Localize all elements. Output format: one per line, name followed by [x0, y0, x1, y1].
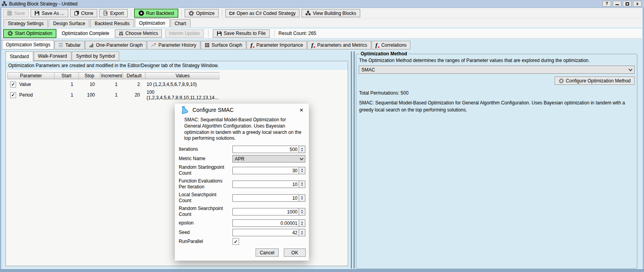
spinner-down-icon[interactable]: ▼ — [301, 150, 303, 152]
field-label: epsilon — [179, 220, 232, 226]
titlebar: Building Block Strategy - Untitled ? x — [0, 0, 644, 8]
col-header-values[interactable]: Values — [145, 73, 220, 79]
spinner-down-icon[interactable]: ▼ — [301, 184, 303, 186]
splitter[interactable] — [354, 51, 355, 268]
gear-icon — [7, 31, 13, 36]
spinner-control[interactable]: ▲▼ — [299, 167, 305, 174]
tab-correlations[interactable]: f Correlations — [372, 41, 411, 49]
metric-name-dropdown[interactable]: APR — [232, 155, 305, 162]
random-startingpoint-count-input[interactable]: 30 ▲▼ — [232, 167, 305, 174]
dialog-title: Configure SMAC — [192, 107, 234, 113]
tab-backtest-results[interactable]: Backtest Results — [90, 19, 134, 27]
flask-icon — [180, 106, 189, 114]
spinner-control[interactable]: ▲▼ — [299, 146, 305, 153]
help-button[interactable]: ? — [602, 1, 611, 7]
tab-standard[interactable]: Standard — [5, 51, 33, 61]
tab-design-surface[interactable]: Design Surface — [49, 19, 89, 27]
spinner-control[interactable]: ▲▼ — [299, 208, 305, 215]
field-label: Iterations — [179, 146, 232, 152]
seed-input[interactable]: 42 ▲▼ — [232, 229, 305, 236]
cell-default: 2 — [123, 82, 145, 87]
field-label: RunParallel — [179, 239, 232, 245]
epsilon-input[interactable]: 0.00001 ▲▼ — [232, 219, 305, 227]
tab-symbol-by-symbol[interactable]: Symbol by Symbol — [72, 51, 119, 61]
iterations-input[interactable]: 500 ▲▼ — [232, 146, 305, 153]
tab-parameter-importance[interactable]: f Parameter Importance — [247, 41, 307, 49]
method-info: SMAC: Sequential Model-Based Optimizatio… — [359, 99, 633, 113]
start-optimization-button[interactable]: Start Optimization — [4, 29, 56, 38]
field-label: Local Searchpoint Count — [179, 192, 232, 204]
cancel-button[interactable]: Cancel — [256, 248, 279, 257]
tab-tabular[interactable]: Tabular — [54, 41, 84, 49]
selected-method: SMAC — [361, 67, 375, 73]
col-header-increment[interactable]: Increment — [100, 73, 123, 79]
spinner-down-icon[interactable]: ▼ — [301, 223, 303, 226]
interim-update-button[interactable]: Interim Update — [165, 29, 204, 38]
tab-optimization[interactable]: Optimization — [135, 18, 170, 27]
col-header-default[interactable]: Default — [123, 73, 145, 79]
spinner-down-icon[interactable]: ▼ — [301, 233, 303, 235]
tab-chart[interactable]: Chart — [171, 19, 190, 27]
spinner-down-icon[interactable]: ▼ — [301, 212, 303, 214]
col-header-parameter[interactable]: Parameter — [8, 73, 54, 79]
random-searchpoint-count-input[interactable]: 1000 ▲▼ — [232, 208, 305, 215]
method-description: The Optimization Method determines the r… — [359, 58, 634, 63]
table-header-row: Parameter Start Stop Increment Default V… — [7, 72, 220, 79]
local-searchpoint-count-input[interactable]: 10 ▲▼ — [232, 194, 305, 202]
tab-parameters-and-metrics[interactable]: f Parameters and Metrics — [307, 41, 371, 49]
panel-title: Optimization Method — [359, 51, 408, 57]
window-border-left — [0, 8, 2, 272]
choose-metrics-button[interactable]: Choose Metrics — [115, 29, 162, 38]
spinner-control[interactable]: ▲▼ — [299, 181, 305, 188]
close-button[interactable]: x — [633, 1, 642, 7]
method-dropdown[interactable]: SMAC — [359, 66, 635, 74]
tab-walk-forward[interactable]: Walk-Forward — [34, 51, 71, 61]
field-label: Random Searchpoint Count — [179, 206, 232, 217]
view-tab-strip: Optimization Settings Tabular One-Parame… — [2, 40, 411, 49]
tab-surface-graph[interactable]: Surface Graph — [201, 41, 246, 49]
col-header-stop[interactable]: Stop — [79, 73, 100, 79]
spinner-down-icon[interactable]: ▼ — [301, 198, 303, 200]
export-button[interactable]: Export — [99, 9, 128, 17]
row-checkbox[interactable] — [10, 92, 16, 98]
table-row[interactable]: Period 1 100 1 20 100 (1,2,3,4,5,6,7,8,9… — [7, 89, 220, 100]
run-backtest-button[interactable]: Run Backtest — [134, 9, 178, 17]
spinner-control[interactable]: ▲▼ — [299, 195, 305, 201]
minimize-button[interactable] — [613, 1, 621, 7]
grid-icon — [205, 43, 210, 47]
maximize-button[interactable] — [623, 1, 631, 7]
tab-optimization-settings[interactable]: Optimization Settings — [2, 40, 54, 49]
parameter-table: Parameter Start Stop Increment Default V… — [7, 72, 220, 100]
clone-button[interactable]: Clone — [70, 9, 97, 17]
window-title: Building Block Strategy - Untitled — [9, 1, 78, 7]
spinner-control[interactable]: ▲▼ — [299, 220, 305, 226]
total-permutations: Total Permutations: 500 — [359, 90, 634, 96]
save-as-button[interactable]: Save As ... — [31, 9, 68, 17]
table-row[interactable]: Value 1 10 1 2 10 (1,2,3,4,5,6,7,8,9,10) — [7, 79, 220, 89]
cell-values: 10 (1,2,3,4,5,6,7,8,9,10) — [145, 82, 220, 87]
dialog-close-icon[interactable]: × — [298, 107, 305, 113]
spinner-control[interactable]: ▲▼ — [299, 229, 305, 236]
save-button[interactable]: Save — [3, 9, 29, 17]
optimize-button[interactable]: Optimize — [185, 9, 218, 17]
tab-one-parameter-graph[interactable]: One-Parameter Graph — [85, 41, 147, 49]
clone-icon — [74, 11, 79, 16]
row-checkbox[interactable] — [10, 82, 16, 88]
splitter[interactable] — [351, 51, 352, 268]
runparallel-checkbox[interactable] — [232, 238, 239, 245]
window-border-bottom — [0, 269, 644, 272]
tab-strategy-settings[interactable]: Strategy Settings — [4, 19, 48, 27]
function-evaluations-input[interactable]: 10 ▲▼ — [232, 181, 305, 188]
col-header-start[interactable]: Start — [54, 73, 79, 79]
maximize-icon — [626, 2, 629, 5]
spinner-down-icon[interactable]: ▼ — [301, 170, 303, 173]
view-building-blocks-button[interactable]: View Building Blocks — [301, 9, 360, 17]
field-label: Random Startingpoint Count — [179, 164, 232, 176]
result-count: Result Count: 265 — [279, 31, 316, 36]
open-csharp-button[interactable]: C# Open as C# Coded Strategy — [225, 9, 300, 17]
tab-parameter-history[interactable]: Parameter History — [147, 41, 200, 49]
ok-button[interactable]: OK — [284, 248, 306, 257]
function-icon: f — [250, 42, 254, 48]
configure-method-button[interactable]: Configure Optimization Method — [555, 77, 635, 85]
save-results-button[interactable]: Save Results to File — [213, 29, 270, 38]
